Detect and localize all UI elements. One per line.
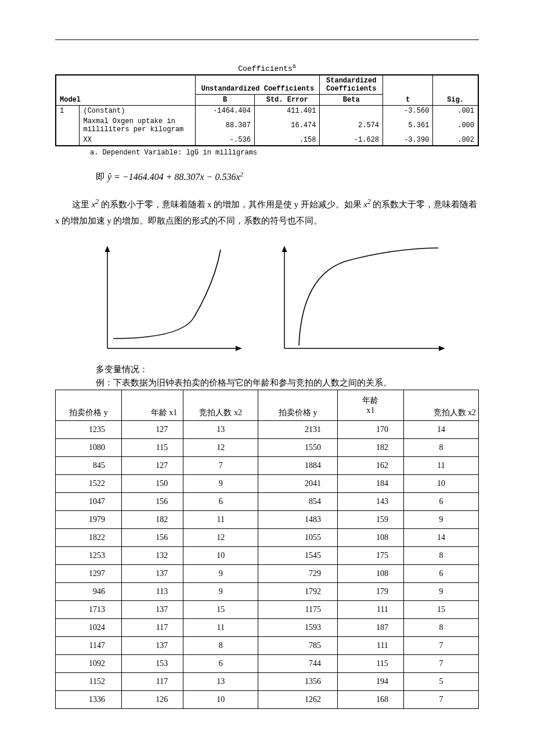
table-row: 15221509204118410 [56, 475, 479, 493]
cell: 1713 [56, 601, 122, 619]
cell: 108 [337, 565, 403, 583]
cell: 15 [403, 601, 478, 619]
col-header: 年龄 x1 [121, 390, 183, 421]
table-row: 182215612105510814 [56, 529, 479, 547]
cell [320, 106, 383, 117]
cell: 13 [183, 421, 258, 439]
cell: 1545 [258, 547, 338, 565]
cell: 137 [121, 637, 183, 655]
formula-body: ŷ = −1464.404 + 88.307x − 0.536x [107, 172, 240, 182]
cell: 1147 [56, 637, 122, 655]
cell: 111 [337, 601, 403, 619]
formula-sup: 2 [240, 171, 244, 178]
cell: .158 [254, 135, 320, 146]
cell: 785 [258, 637, 338, 655]
cell: 182 [337, 439, 403, 457]
cell: 6 [403, 565, 478, 583]
cell: 153 [121, 655, 183, 673]
cell: 132 [121, 547, 183, 565]
cell: 1024 [56, 619, 122, 637]
cell: 162 [337, 457, 403, 475]
table-row: 8451277188416211 [56, 457, 479, 475]
table-row: 109215367441157 [56, 655, 479, 673]
cell: 2041 [258, 475, 338, 493]
cell: 8 [403, 619, 478, 637]
cell: 7 [403, 655, 478, 673]
cell: 7 [403, 691, 478, 709]
cell: 10 [403, 475, 478, 493]
cell: 1253 [56, 547, 122, 565]
table-row: 123512713213117014 [56, 421, 479, 439]
cell: 13 [183, 673, 258, 691]
cell: 9 [183, 475, 258, 493]
cell: -1.628 [320, 135, 383, 146]
col-se: Std. Error [254, 95, 320, 106]
sketch-charts [96, 241, 479, 357]
cell: 150 [121, 475, 183, 493]
col-unstd: Unstandardized Coefficients [196, 75, 320, 95]
regression-formula: 即 ŷ = −1464.404 + 88.307x − 0.536x2 [96, 171, 479, 183]
table-row: 19791821114831599 [56, 511, 479, 529]
cell: 2131 [258, 421, 338, 439]
cell: 12 [183, 439, 258, 457]
cell: 946 [56, 583, 122, 601]
cell: 744 [258, 655, 338, 673]
cell: 1297 [56, 565, 122, 583]
para-b: 的系数小于零，意味着随着 x 的增加，其作用是使 y 开始减少。如果 [99, 199, 363, 208]
cell: 1055 [258, 529, 338, 547]
cell: 1356 [258, 673, 338, 691]
col-t: t [383, 75, 433, 106]
multivariate-heading: 多变量情况： [96, 364, 479, 375]
cell: 2.574 [320, 116, 383, 135]
table-row: 13361261012621687 [56, 691, 479, 709]
col-beta: Beta [320, 95, 383, 106]
cell: 88.307 [196, 116, 255, 135]
cell: 9 [403, 511, 478, 529]
cell: 8 [183, 637, 258, 655]
example-line: 例：下表数据为旧钟表拍卖的价格与它的年龄和参与竞拍的人数之间的关系。 [96, 377, 479, 388]
cell: 10 [183, 691, 258, 709]
cell: 6 [183, 655, 258, 673]
cell: 115 [337, 655, 403, 673]
cell: 14 [403, 529, 478, 547]
cell: 10 [183, 547, 258, 565]
table-row: 114713787851117 [56, 637, 479, 655]
cell: 156 [121, 493, 183, 511]
cell: 187 [337, 619, 403, 637]
cell: 7 [183, 457, 258, 475]
cell: 117 [121, 619, 183, 637]
document-page: Coefficientsa Model Unstandardized Coeff… [0, 0, 534, 756]
table-row: 129713797291086 [56, 565, 479, 583]
col-header: 竞拍人数 x2 [403, 390, 478, 421]
cell: 127 [121, 421, 183, 439]
formula-prefix: 即 [96, 172, 107, 182]
cell: 1979 [56, 511, 122, 529]
cell: 156 [121, 529, 183, 547]
title-sup: a [293, 63, 296, 70]
table-row: 104715668541436 [56, 493, 479, 511]
col-header: 拍卖价格 y [56, 390, 122, 421]
cell: 1262 [258, 691, 338, 709]
cell: 14 [403, 421, 478, 439]
cell: 113 [121, 583, 183, 601]
cell: 411.401 [254, 106, 320, 117]
cell: 12 [183, 529, 258, 547]
auction-data-table: 拍卖价格 y 年龄 x1 竞拍人数 x2 拍卖价格 y 年龄x1 竞拍人数 x2… [55, 390, 479, 709]
cell: 126 [121, 691, 183, 709]
cell: .001 [433, 106, 478, 117]
cell: 7 [403, 637, 478, 655]
model-no: 1 [56, 106, 80, 146]
coef-table-title: Coefficientsa [55, 63, 479, 73]
cell: 1080 [56, 439, 122, 457]
cell: 168 [337, 691, 403, 709]
cell: 854 [258, 493, 338, 511]
para-a: 这里 [72, 199, 92, 208]
table-row: 12531321015451758 [56, 547, 479, 565]
cell: 194 [337, 673, 403, 691]
cell: 179 [337, 583, 403, 601]
table-row: 11521171313561945 [56, 673, 479, 691]
cell: -3.560 [383, 106, 433, 117]
cell: 1792 [258, 583, 338, 601]
cell: 1593 [258, 619, 338, 637]
cell: .002 [433, 135, 478, 146]
